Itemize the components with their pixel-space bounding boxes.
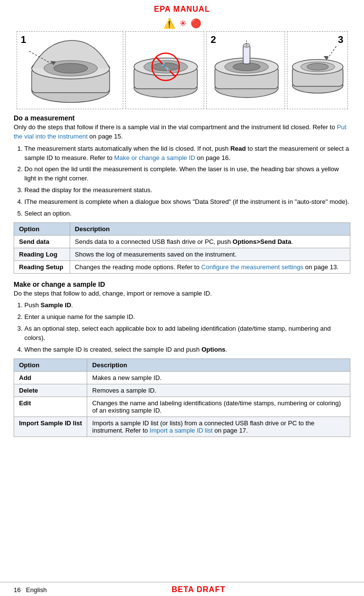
table-row: Send data Sends data to a connected USB … xyxy=(14,235,350,248)
section2-intro: Do the steps that follow to add, change,… xyxy=(14,289,350,298)
section1-intro-suffix: on page 15. xyxy=(88,133,123,140)
safety-icon: 🔴 xyxy=(191,18,201,29)
step-1-box: 1 xyxy=(17,31,123,109)
page-footer: 16 English BETA DRAFT xyxy=(0,582,364,596)
table2-col-description: Description xyxy=(87,358,350,371)
section1-intro-text: Only do the steps that follow if there i… xyxy=(14,123,337,131)
desc-edit: Changes the name and labeling identifica… xyxy=(87,397,350,417)
step2-item4: When the sample ID is created, select th… xyxy=(24,345,350,355)
desc-delete: Removes a sample ID. xyxy=(87,384,350,397)
step-2-diagram xyxy=(207,32,285,107)
no-tool-diagram: 🔧 xyxy=(126,32,204,107)
step2-item2: Enter a unique name for the sample ID. xyxy=(24,313,350,322)
step2-item3: As an optional step, select each applica… xyxy=(24,324,350,343)
table2-header-row: Option Description xyxy=(14,358,350,371)
section1-steps: The measurement starts automatically whe… xyxy=(14,144,350,219)
section2-title: Make or change a sample ID xyxy=(14,280,350,288)
table1-col-option: Option xyxy=(14,222,70,235)
step1-item1: The measurement starts automatically whe… xyxy=(24,144,350,163)
step1-item5: Select an option. xyxy=(24,209,350,219)
table-row: Add Makes a new sample ID. xyxy=(14,371,350,384)
section2-steps: Push Sample ID. Enter a unique name for … xyxy=(14,301,350,354)
option-add: Add xyxy=(14,371,87,384)
desc-send-data: Sends data to a connected USB flash driv… xyxy=(70,235,350,248)
warning-triangle-icon: ⚠️ xyxy=(163,18,175,29)
desc-reading-setup: Changes the reading mode options. Refer … xyxy=(70,260,350,273)
desc-reading-log: Shows the log of measurements saved on t… xyxy=(70,248,350,260)
step-1-number: 1 xyxy=(21,34,26,45)
step1-item4: IThe measurement is complete when a dial… xyxy=(24,198,350,207)
section1-intro: Only do the steps that follow if there i… xyxy=(14,123,350,141)
option-delete: Delete xyxy=(14,384,87,397)
make-change-id-link[interactable]: Make or change a sample ID xyxy=(114,154,195,161)
configure-settings-link[interactable]: Configure the measurement settings xyxy=(201,263,304,271)
option-import: Import Sample ID list xyxy=(14,417,87,437)
table1-header-row: Option Description xyxy=(14,222,350,235)
svg-line-28 xyxy=(326,46,336,60)
option-edit: Edit xyxy=(14,397,87,417)
step-no-tool-box: 🔧 xyxy=(125,31,204,109)
section2-table: Option Description Add Makes a new sampl… xyxy=(14,358,350,437)
table2-col-option: Option xyxy=(14,358,87,371)
option-reading-log: Reading Log xyxy=(14,248,70,260)
step-3-box: 3 xyxy=(287,31,347,109)
desc-add: Makes a new sample ID. xyxy=(87,371,350,384)
option-reading-setup: Reading Setup xyxy=(14,260,70,273)
page-number: 16 xyxy=(14,586,20,594)
table-row: Delete Removes a sample ID. xyxy=(14,384,350,397)
step-3-number: 3 xyxy=(338,34,343,45)
desc-import: Imports a sample ID list (or lists) from… xyxy=(87,417,350,437)
table-row: Edit Changes the name and labeling ident… xyxy=(14,397,350,417)
laser-warning-icon: ✳ xyxy=(179,18,187,29)
table-row: Import Sample ID list Imports a sample I… xyxy=(14,417,350,437)
option-send-data: Send data xyxy=(14,235,70,248)
table-row: Reading Setup Changes the reading mode o… xyxy=(14,260,350,273)
diagram-container: ⚠️ ✳ 🔴 1 xyxy=(12,18,353,109)
step2-item1: Push Sample ID. xyxy=(24,301,350,310)
step-2-box: 2 xyxy=(206,31,285,109)
table-row: Reading Log Shows the log of measurement… xyxy=(14,248,350,260)
warning-icons-row: ⚠️ ✳ 🔴 xyxy=(17,18,348,29)
step1-item2: Do not open the lid until the measuremen… xyxy=(24,165,350,183)
footer-left: 16 English xyxy=(14,586,47,594)
section1-table: Option Description Send data Sends data … xyxy=(14,222,350,274)
step1-item3: Read the display for the measurement sta… xyxy=(24,186,350,195)
main-content: Do a measurement Only do the steps that … xyxy=(0,114,364,437)
steps-row: 1 xyxy=(17,31,348,109)
section1-title: Do a measurement xyxy=(14,114,350,122)
table1-col-description: Description xyxy=(70,222,350,235)
header-title: EPA MANUAL xyxy=(154,5,210,13)
svg-text:🔧: 🔧 xyxy=(160,61,171,72)
step-1-diagram xyxy=(17,32,123,107)
footer-language: English xyxy=(26,586,47,594)
section-do-measurement: Do a measurement Only do the steps that … xyxy=(14,114,350,274)
svg-point-4 xyxy=(54,63,88,73)
svg-point-27 xyxy=(307,63,328,70)
import-id-list-link[interactable]: Import a sample ID list xyxy=(150,427,212,434)
page-header: EPA MANUAL xyxy=(0,0,364,18)
svg-rect-20 xyxy=(243,45,250,64)
footer-draft-label: BETA DRAFT xyxy=(47,585,350,594)
step-2-number: 2 xyxy=(211,34,216,45)
section-make-sample-id: Make or change a sample ID Do the steps … xyxy=(14,280,350,437)
